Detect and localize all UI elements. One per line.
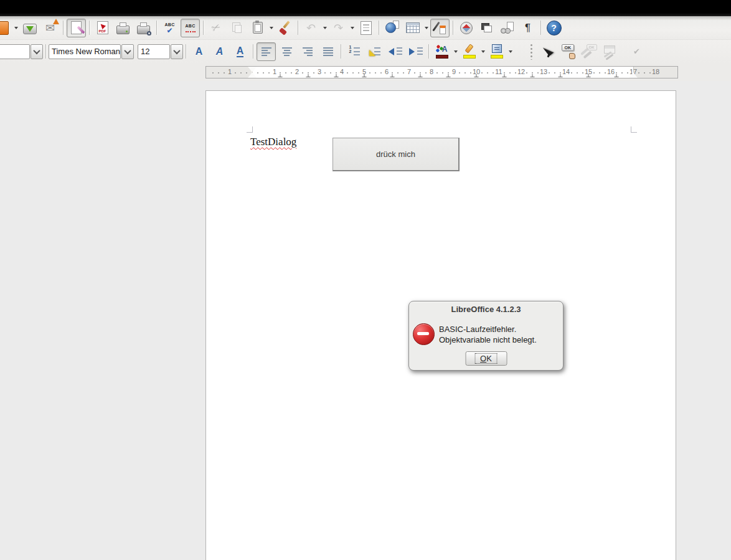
align-center-button[interactable] — [277, 42, 296, 61]
help-button[interactable] — [544, 19, 564, 37]
insert-table-dropdown[interactable] — [423, 19, 430, 37]
toolbar-separator — [156, 21, 157, 35]
ruler-tabstop-mark — [446, 74, 451, 77]
send-email-button[interactable] — [40, 19, 60, 37]
insert-checkbox-group — [626, 42, 647, 61]
auto-spellcheck-icon — [183, 21, 198, 36]
control-properties-icon — [582, 44, 597, 59]
select-pointer-button[interactable] — [539, 42, 558, 61]
edit-file-button[interactable] — [67, 19, 86, 37]
font-name-dropdown[interactable] — [121, 44, 134, 59]
paste-dropdown[interactable] — [268, 19, 275, 37]
drueck-mich-button[interactable]: drück mich — [332, 138, 460, 171]
print-preview-button[interactable] — [134, 19, 153, 37]
toolbar-separator — [186, 44, 186, 59]
spellcheck-group — [159, 19, 180, 37]
gallery-icon — [479, 21, 494, 36]
error-message-line1: BASIC-Laufzeitfehler. — [439, 324, 537, 335]
highlight-color-dropdown[interactable] — [479, 42, 486, 61]
push-button-control-button[interactable] — [559, 42, 578, 61]
page-preview-button[interactable] — [356, 19, 375, 37]
bullet-list-button[interactable] — [365, 42, 384, 61]
toolbar-separator — [45, 44, 46, 59]
ok-button[interactable]: OK — [465, 351, 507, 366]
justify-button[interactable] — [318, 42, 337, 61]
toolbar-separator — [253, 44, 253, 59]
ruler-number: 6 — [385, 68, 389, 75]
italic-button[interactable] — [210, 42, 229, 61]
paste-icon — [253, 22, 263, 34]
ruler-tick — [414, 72, 415, 74]
send-email-group — [40, 19, 60, 37]
select-pointer-icon — [541, 44, 556, 59]
font-color-dropdown[interactable] — [452, 42, 459, 61]
justify-group — [318, 42, 338, 61]
new-document-dropdown[interactable] — [12, 19, 19, 37]
font-name-combobox[interactable]: Times New Roman — [49, 44, 121, 59]
align-left-button[interactable] — [257, 42, 276, 61]
font-size-dropdown[interactable] — [171, 44, 183, 59]
form-properties-group — [600, 42, 620, 61]
format-paintbrush-button[interactable] — [275, 19, 295, 37]
ruler-tick — [403, 72, 404, 74]
data-sources-button[interactable] — [498, 19, 517, 37]
export-pdf-button[interactable] — [93, 19, 112, 37]
font-color-button[interactable] — [432, 42, 451, 61]
toolbar-separator — [341, 44, 341, 59]
ruler-tick — [313, 72, 314, 74]
paste-button[interactable] — [248, 19, 267, 37]
toolbar-grip-handle[interactable] — [530, 44, 534, 60]
spellcheck-button[interactable] — [160, 19, 179, 37]
gallery-group — [476, 19, 497, 37]
ruler-row: 1123456789101112131415161718 — [0, 63, 731, 82]
ruler-tick — [246, 72, 247, 74]
paragraph-style-group — [1, 44, 43, 59]
redo-icon — [331, 21, 346, 36]
paragraph-style-dropdown[interactable] — [31, 44, 43, 59]
application-window: Times New Roman12 1123456789101112131415… — [0, 0, 731, 560]
align-right-button[interactable] — [298, 42, 317, 61]
page-preview-icon — [361, 21, 372, 35]
paragraph-background-dropdown[interactable] — [507, 42, 514, 61]
ruler-tick — [268, 72, 270, 74]
paragraph-background-button[interactable] — [487, 42, 506, 61]
highlight-color-button[interactable] — [460, 42, 479, 61]
gallery-button[interactable] — [477, 19, 496, 37]
decrease-indent-button[interactable] — [385, 42, 405, 61]
ruler-tick — [577, 72, 578, 74]
formatting-marks-button[interactable] — [518, 19, 537, 37]
draw-functions-icon — [433, 21, 448, 36]
ruler-tick — [593, 72, 595, 74]
error-message: BASIC-Laufzeitfehler. Objektvariable nic… — [439, 324, 537, 345]
paragraph-style-combobox[interactable] — [0, 44, 30, 59]
ruler-tick — [459, 72, 460, 74]
numbered-list-button[interactable] — [344, 42, 364, 61]
ruler-tabstop-mark — [559, 74, 563, 77]
draw-functions-button[interactable] — [430, 19, 450, 37]
font-size-combobox[interactable]: 12 — [138, 44, 170, 59]
new-document-button[interactable] — [0, 19, 12, 37]
ruler-tabstop-mark — [418, 74, 423, 77]
ruler-number: 14 — [562, 68, 570, 75]
undo-dropdown[interactable] — [321, 19, 328, 37]
save-icon — [23, 24, 37, 34]
underline-button[interactable] — [230, 42, 250, 61]
insert-table-button[interactable] — [403, 19, 422, 37]
save-button[interactable] — [20, 19, 39, 37]
hyperlink-button[interactable] — [382, 19, 402, 37]
document-text[interactable]: TestDialog — [250, 136, 296, 148]
ruler-tick — [352, 72, 354, 74]
auto-spellcheck-button[interactable] — [181, 19, 200, 37]
ruler-tick — [358, 72, 359, 74]
formatting-toolbar: Times New Roman12 — [0, 39, 731, 63]
print-button[interactable] — [113, 19, 133, 37]
align-right-icon — [303, 47, 313, 56]
drueck-mich-button-label: drück mich — [376, 149, 415, 159]
increase-indent-button[interactable] — [406, 42, 425, 61]
dialog-title[interactable]: LibreOffice 4.1.2.3 — [409, 301, 563, 316]
redo-dropdown[interactable] — [349, 19, 356, 37]
ruler-tick — [554, 72, 555, 74]
navigator-button[interactable] — [456, 19, 476, 37]
bold-button[interactable] — [189, 42, 209, 61]
horizontal-ruler[interactable]: 1123456789101112131415161718 — [205, 66, 678, 78]
